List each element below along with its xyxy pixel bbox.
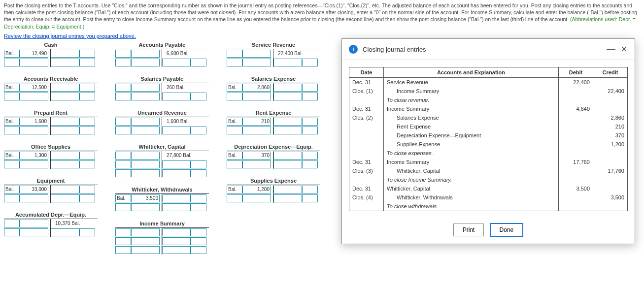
ref-input[interactable]	[227, 59, 242, 66]
ref-input[interactable]	[79, 160, 95, 168]
amount-input[interactable]	[51, 84, 79, 92]
amount-input[interactable]	[51, 152, 79, 160]
ref-input[interactable]	[115, 93, 131, 100]
amount-input[interactable]	[131, 118, 160, 126]
ref-input[interactable]	[227, 160, 242, 168]
ref-input[interactable]	[115, 127, 131, 134]
ref-input[interactable]	[191, 169, 206, 177]
amount-input[interactable]	[131, 160, 160, 168]
amount-input[interactable]: 2,860	[242, 84, 271, 92]
amount-input[interactable]	[242, 194, 271, 202]
close-icon[interactable]: ✕	[620, 44, 628, 55]
amount-input[interactable]: 33,000	[20, 186, 48, 193]
ref-input[interactable]	[4, 220, 20, 227]
amount-input[interactable]	[273, 186, 302, 193]
ref-input[interactable]: Bal.	[4, 118, 20, 126]
amount-input[interactable]	[131, 152, 160, 160]
ref-input[interactable]	[191, 59, 206, 66]
amount-input[interactable]	[273, 160, 302, 168]
amount-input[interactable]	[273, 152, 302, 160]
review-link[interactable]: Review the closing journal entries you p…	[4, 33, 136, 39]
amount-input[interactable]	[131, 246, 160, 254]
ref-input[interactable]	[191, 93, 206, 100]
amount-input[interactable]	[273, 84, 302, 92]
ref-input[interactable]	[115, 84, 131, 92]
amount-input[interactable]	[273, 118, 302, 126]
amount-input[interactable]	[51, 93, 79, 100]
amount-input[interactable]	[242, 127, 271, 134]
ref-input[interactable]	[79, 50, 95, 58]
amount-input[interactable]	[162, 169, 191, 177]
ref-input[interactable]	[4, 160, 20, 168]
amount-input[interactable]	[131, 203, 160, 211]
print-button[interactable]: Print	[453, 224, 484, 236]
ref-input[interactable]	[79, 59, 95, 66]
amount-input[interactable]: 210	[242, 118, 271, 126]
amount-input[interactable]	[20, 93, 48, 100]
amount-input[interactable]	[51, 59, 79, 66]
amount-input[interactable]	[162, 93, 191, 100]
amount-input[interactable]	[131, 59, 160, 66]
ref-input[interactable]	[227, 127, 242, 134]
amount-input[interactable]	[20, 220, 48, 227]
ref-input[interactable]	[191, 160, 206, 168]
amount-input[interactable]	[242, 160, 271, 168]
amount-input[interactable]	[242, 93, 271, 100]
amount-input[interactable]	[162, 203, 191, 211]
ref-input[interactable]	[227, 194, 242, 202]
ref-input[interactable]	[115, 152, 131, 160]
ref-input[interactable]	[191, 237, 206, 245]
amount-input[interactable]	[20, 160, 48, 168]
amount-input[interactable]: 1,300	[20, 152, 48, 160]
ref-input[interactable]	[302, 152, 318, 160]
ref-input[interactable]	[115, 169, 131, 177]
ref-input[interactable]	[191, 228, 206, 236]
ref-input[interactable]	[302, 160, 318, 168]
amount-input[interactable]	[273, 194, 302, 202]
ref-input[interactable]	[79, 118, 95, 126]
ref-input[interactable]	[79, 228, 95, 236]
minimize-icon[interactable]: —	[607, 44, 615, 55]
amount-input[interactable]	[51, 127, 79, 134]
amount-input[interactable]	[51, 160, 79, 168]
amount-input[interactable]	[162, 246, 191, 254]
ref-input[interactable]	[302, 194, 318, 202]
amount-input[interactable]	[20, 194, 48, 202]
ref-input[interactable]	[302, 84, 318, 92]
amount-input[interactable]	[20, 59, 48, 66]
amount-input[interactable]	[273, 93, 302, 100]
ref-input[interactable]	[115, 246, 131, 254]
amount-input[interactable]	[162, 59, 191, 66]
amount-input[interactable]	[131, 127, 160, 134]
amount-input[interactable]	[242, 50, 271, 58]
ref-input[interactable]	[191, 246, 206, 254]
amount-input[interactable]	[242, 59, 271, 66]
amount-input[interactable]	[131, 237, 160, 245]
ref-input[interactable]	[227, 50, 242, 58]
ref-input[interactable]	[79, 84, 95, 92]
ref-input[interactable]: Bal.	[4, 152, 20, 160]
done-button[interactable]: Done	[490, 223, 524, 237]
amount-input[interactable]	[162, 237, 191, 245]
ref-input[interactable]	[302, 59, 318, 66]
ref-input[interactable]: Bal.	[227, 118, 242, 126]
ref-input[interactable]	[115, 228, 131, 236]
ref-input[interactable]: Bal.	[227, 186, 242, 193]
amount-input[interactable]: 12,490	[20, 50, 48, 58]
amount-input[interactable]: 1,600	[20, 118, 48, 126]
ref-input[interactable]	[79, 93, 95, 100]
ref-input[interactable]	[115, 160, 131, 168]
ref-input[interactable]	[79, 127, 95, 134]
ref-input[interactable]	[302, 93, 318, 100]
ref-input[interactable]	[191, 203, 206, 211]
ref-input[interactable]	[302, 127, 318, 134]
amount-input[interactable]	[20, 127, 48, 134]
amount-input[interactable]	[162, 194, 191, 202]
ref-input[interactable]: Bal.	[227, 84, 242, 92]
ref-input[interactable]	[79, 152, 95, 160]
amount-input[interactable]: 12,500	[20, 84, 48, 92]
ref-input[interactable]	[191, 194, 206, 202]
ref-input[interactable]	[79, 194, 95, 202]
ref-input[interactable]	[227, 93, 242, 100]
ref-input[interactable]	[79, 186, 95, 193]
